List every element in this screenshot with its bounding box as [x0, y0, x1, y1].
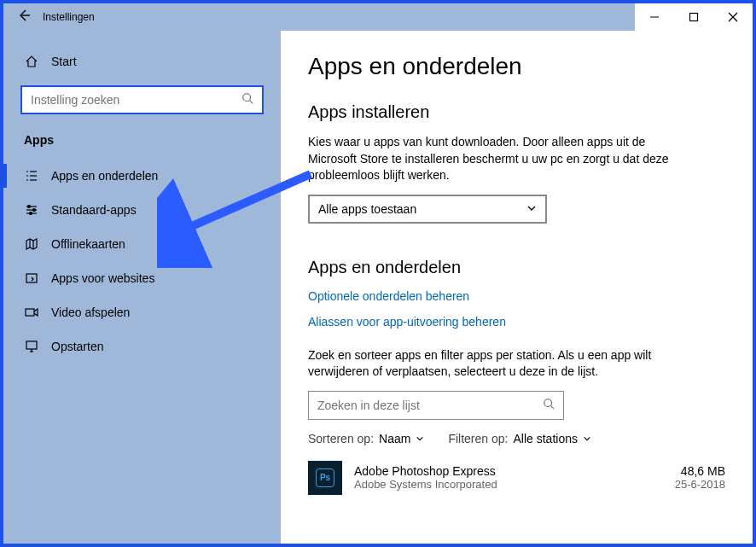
search-icon	[543, 398, 555, 412]
chevron-down-icon	[526, 202, 537, 216]
svg-rect-21	[26, 309, 34, 316]
page-title: Apps en onderdelen	[308, 53, 725, 80]
install-heading: Apps installeren	[308, 102, 725, 122]
website-icon	[24, 271, 39, 285]
filter-value: Alle stations	[513, 432, 577, 445]
sidebar-item-label: Apps voor websites	[51, 271, 154, 285]
install-description: Kies waar u apps van kunt downloaden. Do…	[308, 134, 675, 184]
svg-rect-22	[26, 341, 37, 349]
app-list-search-input[interactable]	[317, 399, 543, 412]
map-icon	[24, 237, 39, 251]
home-label: Start	[51, 55, 77, 68]
settings-search-input[interactable]	[31, 93, 241, 107]
features-heading: Apps en onderdelen	[308, 258, 725, 277]
install-source-dropdown[interactable]: Alle apps toestaan	[308, 195, 547, 224]
app-icon-badge: Ps	[316, 468, 334, 487]
apps-list-icon	[24, 169, 39, 183]
sidebar-item-label: Video afspelen	[51, 306, 130, 319]
filter-by-control[interactable]: Filteren op: Alle stations	[448, 432, 591, 445]
svg-point-13	[28, 206, 31, 208]
sidebar-item-label: Opstarten	[51, 340, 103, 353]
back-button[interactable]	[17, 9, 31, 26]
svg-rect-1	[690, 14, 698, 21]
app-icon: Ps	[308, 461, 342, 495]
sidebar: Start Apps Apps en onderdelen	[3, 31, 281, 544]
sort-value: Naam	[379, 432, 410, 445]
close-button[interactable]	[713, 3, 753, 31]
content-area: Apps en onderdelen Apps installeren Kies…	[281, 31, 753, 544]
svg-point-15	[33, 209, 36, 212]
app-size: 48,6 MB	[675, 464, 725, 478]
startup-icon	[24, 340, 39, 353]
sidebar-item-apps-and-features[interactable]: Apps en onderdelen	[3, 159, 281, 193]
filter-label: Filteren op:	[448, 432, 508, 445]
link-app-aliases[interactable]: Aliassen voor app-uitvoering beheren	[308, 315, 725, 329]
svg-point-4	[243, 94, 251, 102]
sidebar-section-title: Apps	[3, 130, 281, 159]
sidebar-item-video-playback[interactable]: Video afspelen	[3, 295, 281, 329]
minimize-button[interactable]	[635, 3, 674, 31]
sidebar-item-label: Standaard-apps	[51, 203, 137, 217]
titlebar: Instellingen	[3, 3, 753, 31]
defaults-icon	[24, 203, 39, 217]
home-icon	[24, 55, 39, 68]
app-name: Adobe Photoshop Express	[354, 464, 663, 478]
search-icon	[241, 92, 253, 108]
window-controls	[635, 3, 753, 31]
sidebar-item-default-apps[interactable]: Standaard-apps	[3, 193, 281, 227]
dropdown-value: Alle apps toestaan	[318, 202, 416, 216]
sidebar-item-startup[interactable]: Opstarten	[3, 329, 281, 364]
sort-label: Sorteren op:	[308, 432, 374, 445]
app-date: 25-6-2018	[675, 478, 725, 491]
app-row[interactable]: Ps Adobe Photoshop Express Adobe Systems…	[308, 461, 725, 495]
sidebar-item-label: Offlinekaarten	[51, 237, 125, 251]
home-button[interactable]: Start	[3, 48, 281, 85]
sidebar-item-offline-maps[interactable]: Offlinekaarten	[3, 227, 281, 261]
chevron-down-icon	[583, 434, 591, 443]
features-description: Zoek en sorteer apps en filter apps per …	[308, 347, 675, 381]
app-publisher: Adobe Systems Incorporated	[354, 478, 663, 491]
maximize-button[interactable]	[674, 3, 713, 31]
video-icon	[24, 306, 39, 319]
svg-line-5	[250, 101, 253, 104]
svg-point-25	[544, 399, 552, 407]
chevron-down-icon	[416, 434, 424, 443]
settings-search[interactable]	[20, 85, 264, 114]
svg-line-26	[551, 406, 555, 410]
svg-rect-20	[26, 274, 37, 282]
sidebar-item-label: Apps en onderdelen	[51, 169, 158, 183]
svg-point-17	[30, 212, 32, 215]
window-title: Instellingen	[43, 11, 95, 23]
link-optional-features[interactable]: Optionele onderdelen beheren	[308, 289, 725, 303]
sidebar-item-apps-for-websites[interactable]: Apps voor websites	[3, 261, 281, 295]
sort-by-control[interactable]: Sorteren op: Naam	[308, 432, 424, 445]
app-list-search[interactable]	[308, 391, 564, 420]
